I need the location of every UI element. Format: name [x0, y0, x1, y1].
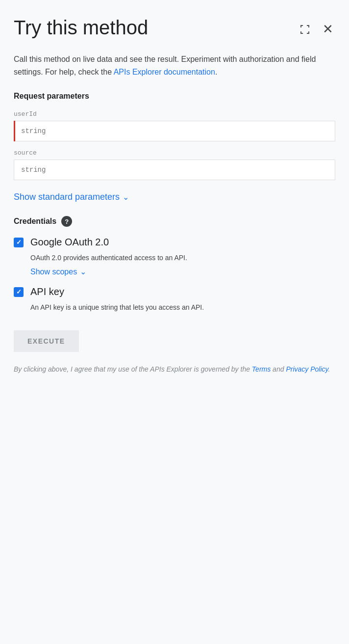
header-row: Try this method ✕ — [14, 16, 335, 39]
source-label: source — [14, 149, 335, 157]
show-standard-params-chevron: ⌄ — [123, 192, 129, 202]
show-standard-params-button[interactable]: Show standard parameters ⌄ — [14, 192, 129, 202]
google-oauth-description: OAuth 2.0 provides authenticated access … — [30, 253, 335, 263]
fullscreen-button[interactable] — [297, 22, 313, 37]
credentials-header: Credentials ? — [14, 216, 335, 227]
footer-text: By clicking above, I agree that my use o… — [14, 364, 335, 375]
try-this-method-panel: Try this method ✕ Call this method on li… — [0, 0, 349, 644]
api-key-credential: ✓ API key An API key is a unique string … — [14, 286, 335, 313]
api-key-name: API key — [30, 286, 64, 297]
google-oauth-credential: ✓ Google OAuth 2.0 OAuth 2.0 provides au… — [14, 237, 335, 276]
credentials-title: Credentials — [14, 217, 56, 226]
show-standard-params-label: Show standard parameters — [14, 192, 120, 202]
show-scopes-button[interactable]: Show scopes ⌄ — [30, 267, 86, 276]
userid-input-wrapper — [14, 121, 335, 141]
userid-label: userId — [14, 110, 335, 118]
api-key-description: An API key is a unique string that lets … — [30, 302, 335, 313]
userid-param: userId — [14, 110, 335, 141]
show-scopes-chevron: ⌄ — [80, 267, 86, 276]
credentials-help-icon[interactable]: ? — [61, 216, 72, 227]
show-scopes-label: Show scopes — [30, 268, 77, 276]
execute-section: EXECUTE — [14, 324, 335, 364]
privacy-policy-link[interactable]: Privacy Policy — [286, 365, 328, 373]
api-key-checkbox[interactable]: ✓ — [14, 287, 24, 297]
terms-link[interactable]: Terms — [252, 365, 271, 373]
header-icons: ✕ — [297, 20, 335, 39]
api-key-row: ✓ API key — [14, 286, 335, 297]
source-param: source — [14, 149, 335, 180]
apis-explorer-link[interactable]: APIs Explorer documentation — [114, 68, 215, 76]
execute-button[interactable]: EXECUTE — [14, 330, 79, 352]
google-oauth-checkbox[interactable]: ✓ — [14, 238, 24, 247]
source-input[interactable] — [14, 160, 335, 180]
api-key-checkmark: ✓ — [16, 288, 22, 295]
panel-title: Try this method — [14, 16, 148, 39]
description-text: Call this method on live data and see th… — [14, 53, 335, 78]
userid-input[interactable] — [14, 121, 335, 141]
close-button[interactable]: ✕ — [321, 20, 335, 39]
request-parameters-title: Request parameters — [14, 92, 335, 101]
google-oauth-checkmark: ✓ — [16, 239, 22, 246]
google-oauth-name: Google OAuth 2.0 — [30, 237, 109, 248]
source-input-wrapper — [14, 160, 335, 180]
close-icon: ✕ — [323, 22, 333, 37]
google-oauth-row: ✓ Google OAuth 2.0 — [14, 237, 335, 248]
